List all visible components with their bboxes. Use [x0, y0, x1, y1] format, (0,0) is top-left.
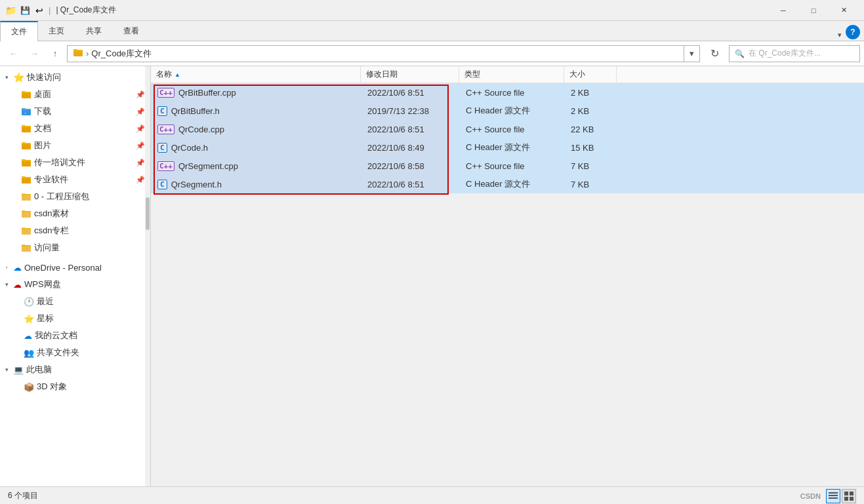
col-size-label: 大小: [569, 69, 585, 80]
sidebar-item-visits[interactable]: 访问量: [0, 239, 150, 256]
file-size-cell: 7 KB: [566, 161, 618, 171]
h-file-icon: C: [157, 143, 167, 153]
chevron-down-icon: ▾: [3, 74, 10, 81]
sidebar-label-chuanyi: 传一培训文件: [34, 157, 85, 168]
sidebar-item-desktop[interactable]: 桌面 📌: [0, 86, 150, 103]
table-row[interactable]: C++ QrBitBuffer.cpp 2022/10/6 8:51 C++ S…: [151, 83, 864, 102]
table-row[interactable]: C++ QrCode.cpp 2022/10/6 8:51 C++ Source…: [151, 120, 864, 138]
csdn-watermark: CSDN: [800, 492, 821, 500]
list-view-button[interactable]: [826, 489, 840, 503]
table-row[interactable]: C QrSegment.h 2022/10/6 8:51 C Header 源文…: [151, 175, 864, 193]
file-type-cell: C++ Source file: [461, 88, 566, 98]
file-name: QrBitBuffer.cpp: [178, 88, 236, 98]
tab-file[interactable]: 文件: [0, 21, 38, 41]
sidebar-group-quick-access[interactable]: ▾ ⭐ 快速访问: [0, 69, 150, 86]
title-bar-controls: ─ □ ✕: [768, 0, 859, 21]
back-button[interactable]: ←: [4, 45, 22, 63]
table-row[interactable]: C QrBitBuffer.h 2019/7/13 22:38 C Header…: [151, 102, 864, 120]
folder-icon: [21, 89, 31, 100]
file-name-cell: C QrSegment.h: [152, 180, 362, 189]
ribbon: 文件 主页 共享 查看 ▾ ?: [0, 21, 864, 41]
file-name-cell: C QrBitBuffer.h: [152, 106, 362, 116]
view-controls: [826, 489, 856, 503]
tab-share[interactable]: 共享: [75, 21, 113, 41]
save-icon: 💾: [20, 5, 30, 16]
sidebar-label-docs: 文档: [34, 123, 51, 134]
sidebar-item-recent[interactable]: 🕐 最近: [0, 293, 150, 310]
svg-rect-15: [844, 492, 848, 495]
sidebar-scrollbar[interactable]: [145, 66, 150, 486]
downloads-folder-icon: ↓: [21, 106, 31, 117]
pin-icon: 📌: [136, 90, 145, 99]
file-type-cell: C++ Source file: [461, 161, 566, 171]
close-button[interactable]: ✕: [829, 0, 859, 21]
address-folder-icon: [73, 47, 83, 60]
sidebar-item-shared-folder[interactable]: 👥 共享文件夹: [0, 344, 150, 361]
table-row[interactable]: C++ QrSegment.cpp 2022/10/6 8:58 C++ Sou…: [151, 157, 864, 175]
svg-text:↓: ↓: [24, 110, 27, 115]
file-name: QrSegment.cpp: [178, 161, 238, 171]
table-row[interactable]: C QrCode.h 2022/10/6 8:49 C Header 源文件 1…: [151, 138, 864, 157]
up-button[interactable]: ↑: [46, 45, 64, 63]
col-header-name[interactable]: 名称 ▲: [151, 66, 361, 83]
onedrive-icon: ☁: [13, 263, 22, 273]
file-size-cell: 15 KB: [566, 143, 618, 153]
file-name-cell: C QrCode.h: [152, 143, 362, 153]
sidebar-item-chuanyi[interactable]: 传一培训文件 📌: [0, 154, 150, 171]
sidebar-item-downloads[interactable]: ↓ 下载 📌: [0, 103, 150, 120]
tab-home[interactable]: 主页: [38, 21, 75, 41]
threed-icon: 📦: [24, 382, 34, 392]
sidebar-label-onedrive: OneDrive - Personal: [24, 263, 102, 273]
maximize-button[interactable]: □: [798, 0, 829, 21]
main-layout: ▾ ⭐ 快速访问 桌面 📌 ↓ 下载 📌 文档 📌: [0, 66, 864, 486]
sidebar-item-csdn-column[interactable]: csdn专栏: [0, 222, 150, 239]
address-path-text: Qr_Code库文件: [91, 48, 152, 60]
col-header-date[interactable]: 修改日期: [361, 66, 459, 83]
sidebar-item-docs[interactable]: 文档 📌: [0, 120, 150, 137]
h-file-icon: C: [157, 106, 167, 116]
sidebar-label-csdn-column: csdn专栏: [34, 225, 69, 237]
sidebar-item-zhuanye[interactable]: 专业软件 📌: [0, 171, 150, 188]
csdn-column-folder-icon: [21, 225, 31, 236]
sidebar-item-my-docs[interactable]: ☁ 我的云文档: [0, 327, 150, 344]
sidebar-group-onedrive[interactable]: › ☁ OneDrive - Personal: [0, 259, 150, 276]
wps-icon: ☁: [13, 280, 22, 290]
col-header-size[interactable]: 大小: [564, 66, 617, 83]
zhuanye-folder-icon: [21, 174, 31, 185]
refresh-button[interactable]: ↻: [705, 45, 724, 63]
svg-rect-13: [829, 495, 838, 496]
file-name: QrBitBuffer.h: [171, 106, 220, 116]
sidebar-item-pictures[interactable]: 图片 📌: [0, 137, 150, 154]
sidebar-group-this-pc[interactable]: ▾ 💻 此电脑: [0, 361, 150, 378]
csdn-material-folder-icon: [21, 208, 31, 219]
pin-icon-pictures: 📌: [136, 142, 145, 150]
minimize-button[interactable]: ─: [768, 0, 798, 21]
sidebar-item-csdn-material[interactable]: csdn素材: [0, 205, 150, 222]
file-type-cell: C Header 源文件: [461, 142, 566, 153]
status-item-count: 6 个项目: [8, 490, 38, 501]
ribbon-tabs: 文件 主页 共享 查看 ▾ ?: [0, 21, 864, 41]
address-field[interactable]: › Qr_Code库文件 ▾: [67, 45, 700, 62]
sidebar-item-archive[interactable]: 0 - 工程压缩包: [0, 188, 150, 205]
address-dropdown-btn[interactable]: ▾: [684, 45, 700, 62]
sidebar-item-3d-objects[interactable]: 📦 3D 对象: [0, 378, 150, 395]
forward-button[interactable]: →: [25, 45, 43, 63]
search-box[interactable]: 🔍 在 Qr_Code库文件...: [729, 45, 860, 62]
sidebar: ▾ ⭐ 快速访问 桌面 📌 ↓ 下载 📌 文档 📌: [0, 66, 151, 486]
chevron-down-icon-pc: ▾: [3, 366, 10, 373]
col-header-type[interactable]: 类型: [459, 66, 564, 83]
sidebar-scroll-thumb: [146, 197, 150, 230]
ribbon-collapse-btn[interactable]: ▾: [838, 31, 842, 39]
pin-icon-downloads: 📌: [136, 107, 145, 116]
sort-arrow-icon: ▲: [175, 71, 180, 78]
sidebar-item-starred[interactable]: ⭐ 星标: [0, 310, 150, 327]
title-bar: 📁 💾 ↩ | | Qr_Code库文件 ─ □ ✕: [0, 0, 864, 21]
sidebar-label-wps: WPS网盘: [24, 279, 61, 290]
file-date-cell: 2022/10/6 8:51: [362, 180, 461, 189]
visits-folder-icon: [21, 242, 31, 253]
help-ribbon-button[interactable]: ?: [846, 25, 860, 39]
clock-icon: 🕐: [24, 297, 34, 307]
tile-view-button[interactable]: [842, 489, 856, 503]
sidebar-group-wps[interactable]: ▾ ☁ WPS网盘: [0, 276, 150, 293]
tab-view[interactable]: 查看: [113, 21, 150, 41]
